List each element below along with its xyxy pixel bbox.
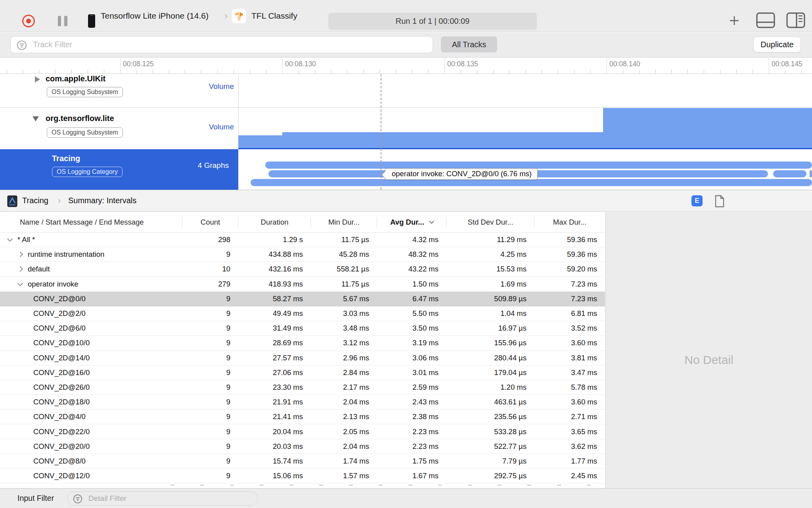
duplicate-button[interactable]: Duplicate — [753, 37, 801, 52]
cell-std: 280.44 µs — [446, 351, 534, 365]
ruler-tick — [234, 70, 234, 73]
table-row[interactable]: CONV_2D@10/0928.69 ms3.12 ms3.19 ms155.9… — [0, 336, 605, 350]
ruler-time-label: 00:08.140 — [609, 60, 640, 68]
pause-button[interactable] — [58, 16, 68, 26]
table-row[interactable]: CONV_2D@0/0958.27 ms5.67 ms6.47 ms509.89… — [0, 292, 605, 306]
breadcrumb-page[interactable]: Summary: Intervals — [68, 190, 136, 212]
cell-count: 10 — [182, 262, 238, 276]
toggle-bottom-pane-button[interactable] — [756, 12, 776, 29]
cell-std: 179.04 µs — [446, 366, 534, 380]
ruler-gridline — [444, 58, 445, 74]
col-std[interactable]: Std Dev Dur... — [446, 212, 534, 232]
all-tracks-button[interactable]: All Tracks — [441, 37, 497, 52]
record-button[interactable] — [22, 15, 35, 27]
table-row[interactable]: default10432.16 ms558.21 µs43.22 ms15.53… — [0, 262, 605, 277]
cell-min: 3.03 ms — [311, 306, 377, 321]
col-max[interactable]: Max Dur... — [534, 212, 605, 232]
ruler-tick — [250, 70, 250, 73]
ruler-gridline — [120, 58, 121, 74]
cell-count: 9 — [182, 439, 238, 454]
device-selector[interactable]: Tensorflow Lite iPhone (14.6) — [101, 0, 209, 32]
cell-max: 5.78 ms — [534, 380, 605, 394]
cell-count: 9 — [182, 336, 238, 350]
disclosure-down-icon[interactable] — [33, 116, 39, 121]
ruler-tick — [347, 70, 347, 73]
volume-bar-segment[interactable] — [603, 108, 812, 148]
document-pane-button[interactable] — [714, 195, 725, 208]
ruler-time-label: 00:08.125 — [123, 60, 154, 68]
trace-interval-bar[interactable] — [251, 179, 812, 186]
ruler-tick — [623, 70, 623, 73]
row-name: CONV_2D@0/0 — [33, 294, 86, 303]
playhead-line[interactable] — [381, 74, 381, 190]
cell-std: 1.04 ms — [446, 306, 534, 321]
track-type-label: Volume — [209, 123, 234, 131]
table-row[interactable]: CONV_2D@4/0921.41 ms2.13 ms2.38 ms235.56… — [0, 410, 605, 424]
table-row[interactable]: CONV_2D@6/0931.49 ms3.48 ms3.50 ms16.97 … — [0, 321, 605, 336]
cell-min: 45.28 ms — [311, 247, 377, 262]
track-name: org.tensorflow.lite — [46, 114, 114, 123]
table-row[interactable]: operator invoke279418.93 ms11.75 µs1.50 … — [0, 277, 605, 292]
no-detail-placeholder: No Detail — [606, 353, 812, 367]
cell-duration: 20.04 ms — [238, 424, 311, 439]
cell-avg: 3.19 ms — [377, 336, 446, 350]
disclosure-right-icon[interactable] — [17, 252, 23, 257]
table-row[interactable]: CONV_2D@20/0920.03 ms2.04 ms2.23 ms522.7… — [0, 439, 605, 454]
col-avg[interactable]: Avg Dur... — [377, 212, 446, 232]
cell-avg: 2.23 ms — [377, 439, 446, 454]
disclosure-down-icon[interactable] — [17, 280, 23, 286]
target-selector[interactable]: TFL Classify — [251, 0, 297, 32]
disclosure-right-icon[interactable] — [17, 266, 23, 272]
table-row[interactable]: CONV_2D@12/0915.06 ms1.57 ms1.67 ms292.7… — [0, 469, 605, 483]
trace-interval-bar[interactable] — [773, 170, 806, 177]
cell-name: CONV_2D@6/0 — [0, 321, 182, 335]
table-row[interactable]: CONV_2D@14/0927.57 ms2.96 ms3.06 ms280.4… — [0, 351, 605, 366]
col-name[interactable]: Name / Start Message / End Message — [0, 212, 182, 232]
track-filter-input[interactable] — [33, 37, 425, 53]
ruler-tick — [509, 70, 509, 73]
volume-bar-segment[interactable] — [282, 132, 603, 148]
table-row[interactable]: CONV_2D@16/0927.06 ms2.84 ms3.01 ms179.0… — [0, 366, 605, 380]
table-row[interactable]: CONV_2D@18/0921.91 ms2.04 ms2.43 ms463.6… — [0, 395, 605, 410]
cell-max: 2.45 ms — [534, 469, 605, 483]
table-row[interactable]: CONV_2D@8/0915.74 ms1.74 ms1.75 ms7.79 µ… — [0, 454, 605, 469]
col-count[interactable]: Count — [182, 212, 238, 232]
cell-min: 1.74 ms — [311, 454, 377, 468]
row-name: CONV_2D@20/0 — [33, 442, 90, 451]
ruler-tick — [217, 70, 218, 73]
cell-std: 235.56 µs — [446, 410, 534, 424]
extended-detail-button[interactable]: E — [691, 195, 703, 206]
track-filter-field[interactable] — [10, 36, 433, 53]
cell-min: 3.12 ms — [311, 336, 377, 350]
trace-interval-bar[interactable] — [810, 170, 812, 177]
run-status: Run 1 of 1 | 00:00:09 — [328, 13, 537, 30]
track-tracing[interactable]: Tracing OS Logging Category 4 Graphs — [0, 149, 238, 190]
table-row[interactable]: CONV_2D@2/0949.49 ms3.03 ms5.50 ms1.04 m… — [0, 306, 605, 321]
timeline-ruler[interactable]: 00:08.12500:08.13000:08.13500:08.14000:0… — [0, 58, 812, 74]
detail-filter-field[interactable] — [67, 491, 258, 506]
cell-name: CONV_2D@10/0 — [0, 336, 182, 350]
ruler-tick — [88, 70, 88, 73]
table-row[interactable]: runtime instrumentation9434.88 ms45.28 m… — [0, 247, 605, 262]
table-row[interactable]: CONV_2D@26/0923.30 ms2.17 ms2.59 ms1.20 … — [0, 380, 605, 395]
add-instrument-button[interactable] — [729, 15, 740, 26]
table-row[interactable]: CONV_2D@22/0920.04 ms2.05 ms2.23 ms533.2… — [0, 424, 605, 439]
trace-interval-bar[interactable] — [265, 162, 812, 169]
breadcrumb-root[interactable]: Tracing — [22, 190, 48, 212]
ruler-tick — [185, 70, 185, 73]
cell-avg: 6.47 ms — [377, 292, 446, 306]
cell-max: 7.23 ms — [534, 292, 605, 306]
input-filter-label[interactable]: Input Filter — [17, 489, 54, 508]
cell-min: 2.84 ms — [311, 366, 377, 380]
toggle-right-pane-button[interactable] — [786, 12, 806, 29]
col-min[interactable]: Min Dur... — [311, 212, 377, 232]
filter-icon — [73, 494, 83, 504]
table-row[interactable]: * All *2981.29 s11.75 µs4.32 ms11.29 ms5… — [0, 233, 605, 247]
cell-avg: 2.43 ms — [377, 395, 446, 409]
tensorflow-logo-icon — [234, 11, 244, 21]
detail-filter-input[interactable] — [88, 492, 251, 505]
volume-bar-segment[interactable] — [238, 135, 282, 148]
col-duration[interactable]: Duration — [238, 212, 311, 232]
disclosure-down-icon[interactable] — [7, 236, 13, 242]
disclosure-right-icon[interactable] — [35, 76, 40, 83]
